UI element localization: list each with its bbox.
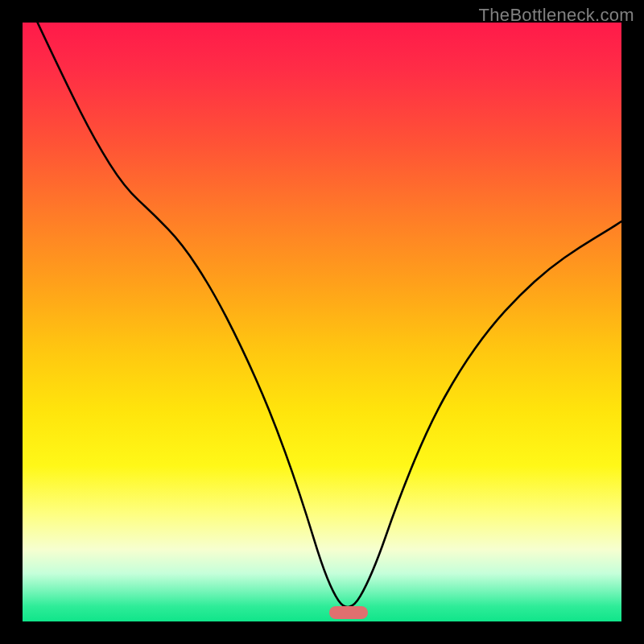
optimum-marker bbox=[329, 606, 368, 619]
chart-container: TheBottleneck.com bbox=[0, 0, 644, 644]
plot-area bbox=[23, 23, 621, 621]
watermark-text: TheBottleneck.com bbox=[479, 5, 634, 26]
bottleneck-curve bbox=[23, 23, 621, 621]
